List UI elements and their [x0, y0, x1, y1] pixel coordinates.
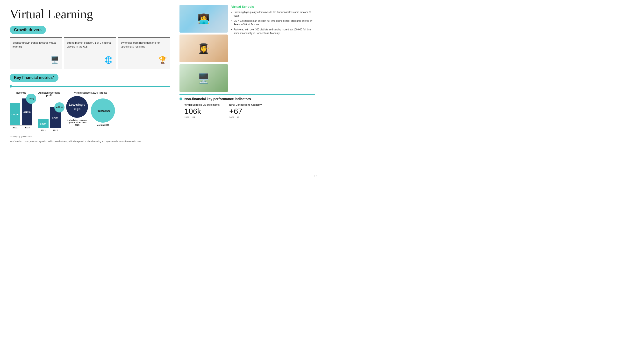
revenue-chart: Revenue £713m £820m +4%: [10, 91, 32, 129]
revenue-2022-value: £820m: [24, 110, 31, 113]
nf-metric-2-label: NPS: Connections Academy: [229, 103, 262, 106]
metrics-section-header: Key financial metrics*: [10, 74, 170, 82]
left-panel: Virtual Learning Growth drivers Secular …: [0, 0, 177, 181]
monitor-icon: 🖥️: [50, 56, 59, 64]
nf-metrics: Virtual Schools US enrolments 106k 2021:…: [180, 103, 315, 118]
vs-images: [180, 5, 228, 92]
targets-title: Virtual Schools 2025 Targets: [74, 91, 107, 94]
profit-bar-2021-rect: £32m: [38, 119, 48, 128]
target-circle-2: Increase: [91, 98, 115, 123]
growth-card-text-3: Synergies from rising demand for upskill…: [120, 41, 167, 48]
vs-image-3: [180, 64, 228, 92]
growth-cards: Secular growth trends towards virtual le…: [10, 37, 170, 69]
profit-badge: +88%: [54, 102, 64, 112]
footnotes: *Underlying growth rates As of March 21,…: [10, 133, 170, 143]
nf-metric-1: Virtual Schools US enrolments 106k 2021:…: [184, 103, 220, 118]
revenue-label: Revenue: [16, 91, 26, 94]
revenue-bars: £713m £820m +4%: [10, 96, 32, 125]
target-1-text: Low-single digit: [66, 103, 88, 111]
nf-metric-1-value: 106k: [184, 107, 220, 115]
revenue-bar-2021: £713m: [10, 103, 20, 125]
revenue-2021-value: £713m: [11, 113, 18, 116]
growth-card-text-2: Strong market position, 1 of 2 national …: [67, 41, 113, 48]
revenue-badge: +4%: [26, 94, 36, 104]
nf-metric-2-sub: 2021: +62: [229, 116, 262, 118]
revenue-year-2021: 2021: [10, 126, 20, 129]
profit-bar-2021: £32m: [38, 119, 48, 128]
profit-label: Adjusted operating profit: [37, 91, 61, 97]
profit-bar-2022: £70m +88%: [50, 107, 61, 128]
trophy-icon: 🏆: [158, 56, 167, 64]
nf-dot: [180, 97, 182, 100]
globe-icon: 🌐: [104, 56, 113, 64]
growth-label: Growth drivers: [10, 26, 46, 34]
vs-bullet-2: US K-12 students can enroll in full-time…: [231, 19, 315, 26]
vs-image-1: [180, 5, 228, 32]
panel-divider: [177, 0, 177, 181]
targets-section: Virtual Schools 2025 Targets Low-single …: [66, 91, 115, 126]
profit-bars: £32m £70m +88%: [38, 99, 61, 128]
nf-metric-1-label: Virtual Schools US enrolments: [184, 103, 220, 106]
profit-chart: Adjusted operating profit £32m £70m +88%: [37, 91, 61, 131]
growth-card-3: Synergies from rising demand for upskill…: [118, 37, 170, 69]
nf-title: Non-financial key performance indicators: [184, 97, 251, 101]
growth-card-1: Secular growth trends towards virtual le…: [10, 37, 62, 69]
target-2-text: Increase: [96, 108, 110, 113]
nf-metric-1-sub: 2021: 111k: [184, 116, 220, 118]
vs-section: Virtual Schools Providing high quality a…: [180, 5, 315, 92]
revenue-year-2022: 2022: [22, 126, 32, 129]
growth-card-2: Strong market position, 1 of 2 national …: [64, 37, 116, 69]
profit-year-2021: 2021: [38, 129, 48, 131]
vs-bullet-3: Partnered with over 300 districts and se…: [231, 28, 315, 35]
vs-bullet-1: Providing high quality alternatives to t…: [231, 10, 315, 18]
vs-title: Virtual Schools: [231, 5, 315, 8]
page: Virtual Learning Growth drivers Secular …: [0, 0, 322, 181]
profit-2022-value: £70m: [52, 116, 58, 119]
target-circle-1: Low-single digit: [66, 96, 88, 118]
right-panel: Virtual Schools Providing high quality a…: [177, 0, 322, 181]
footnote-2: As of March 21, 2023, Pearson agreed to …: [10, 140, 170, 143]
growth-card-text-1: Secular growth trends towards virtual le…: [12, 41, 59, 48]
footnote-1: *Underlying growth rates: [10, 135, 170, 138]
page-number: 12: [314, 174, 317, 178]
metrics-label: Key financial metrics*: [10, 74, 58, 82]
nf-section: Non-financial key performance indicators…: [180, 94, 315, 118]
growth-section-header: Growth drivers: [10, 26, 170, 34]
profit-2021-value: £32m: [40, 122, 46, 125]
target-label-1: Underlying revenue 3-year CAGR 2022-2025: [66, 119, 88, 126]
nf-metric-2-value: +67: [229, 107, 262, 115]
profit-year-2022: 2022: [50, 129, 61, 131]
nf-title-row: Non-financial key performance indicators: [180, 97, 315, 101]
revenue-bar-2021-rect: £713m: [10, 103, 20, 125]
vs-image-2: [180, 34, 228, 62]
target-label-2: Margin 2025: [92, 124, 114, 126]
page-title: Virtual Learning: [10, 7, 170, 21]
vs-content: Virtual Schools Providing high quality a…: [231, 5, 315, 92]
nf-metric-2: NPS: Connections Academy +67 2021: +62: [229, 103, 262, 118]
chart-section: Revenue £713m £820m +4%: [10, 91, 170, 131]
revenue-bar-2022: £820m +4%: [22, 98, 32, 125]
